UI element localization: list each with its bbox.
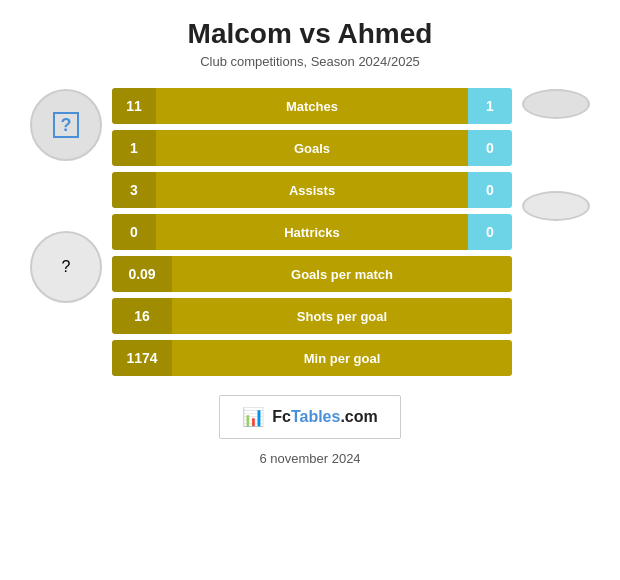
matches-row: 11 Matches 1 xyxy=(112,87,512,125)
hattricks-bar: 0 Hattricks 0 xyxy=(112,214,512,250)
assists-bar: 3 Assists 0 xyxy=(112,172,512,208)
shots-per-goal-val: 16 xyxy=(112,298,172,334)
hattricks-label: Hattricks xyxy=(156,214,468,250)
min-per-goal-val: 1174 xyxy=(112,340,172,376)
assists-label: Assists xyxy=(156,172,468,208)
matches-left-val: 11 xyxy=(112,88,156,124)
goals-label: Goals xyxy=(156,130,468,166)
goals-row: 1 Goals 0 xyxy=(112,129,512,167)
player2-avatar-icon: ? xyxy=(62,258,71,276)
assists-left-val: 3 xyxy=(112,172,156,208)
right-avatar1 xyxy=(522,89,590,119)
goals-per-match-row: 0.09 Goals per match xyxy=(112,255,512,293)
hattricks-right-val: 0 xyxy=(468,214,512,250)
page-title: Malcom vs Ahmed xyxy=(188,18,433,50)
goals-right-val: 0 xyxy=(468,130,512,166)
goals-left-val: 1 xyxy=(112,130,156,166)
right-avatars xyxy=(522,89,590,221)
page-container: Malcom vs Ahmed Club competitions, Seaso… xyxy=(0,0,620,580)
min-per-goal-label: Min per goal xyxy=(172,340,512,376)
assists-row: 3 Assists 0 xyxy=(112,171,512,209)
main-content: ? ? 11 Matches 1 1 Goals 0 xyxy=(30,87,590,377)
right-avatar2 xyxy=(522,191,590,221)
matches-right-val: 1 xyxy=(468,88,512,124)
hattricks-left-val: 0 xyxy=(112,214,156,250)
goals-per-match-val: 0.09 xyxy=(112,256,172,292)
shots-per-goal-row: 16 Shots per goal xyxy=(112,297,512,335)
matches-label: Matches xyxy=(156,88,468,124)
min-per-goal-bar: 1174 Min per goal xyxy=(112,340,512,376)
fctables-label: FcTables.com xyxy=(272,408,378,426)
matches-bar: 11 Matches 1 xyxy=(112,88,512,124)
goals-per-match-label: Goals per match xyxy=(172,256,512,292)
page-subtitle: Club competitions, Season 2024/2025 xyxy=(200,54,420,69)
fctables-icon: 📊 xyxy=(242,406,264,428)
fctables-box: 📊 FcTables.com xyxy=(219,395,401,439)
player1-avatar: ? xyxy=(30,89,102,161)
min-per-goal-row: 1174 Min per goal xyxy=(112,339,512,377)
goals-per-match-bar: 0.09 Goals per match xyxy=(112,256,512,292)
assists-right-val: 0 xyxy=(468,172,512,208)
stats-area: 11 Matches 1 1 Goals 0 3 Assists 0 xyxy=(112,87,512,377)
player1-avatar-icon: ? xyxy=(53,112,79,138)
player2-avatar: ? xyxy=(30,231,102,303)
footer-date: 6 november 2024 xyxy=(259,451,360,466)
hattricks-row: 0 Hattricks 0 xyxy=(112,213,512,251)
left-avatars: ? ? xyxy=(30,89,102,303)
shots-per-goal-bar: 16 Shots per goal xyxy=(112,298,512,334)
shots-per-goal-label: Shots per goal xyxy=(172,298,512,334)
goals-bar: 1 Goals 0 xyxy=(112,130,512,166)
